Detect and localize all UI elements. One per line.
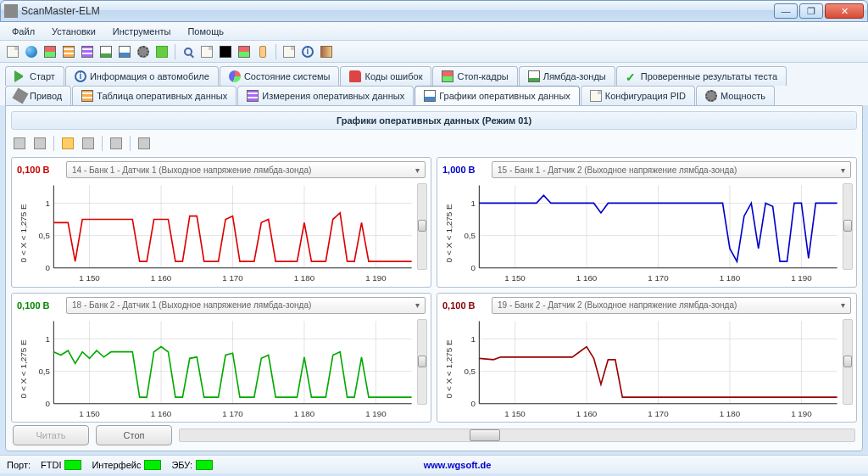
tool-green-icon[interactable]	[154, 44, 170, 59]
interface-led-icon	[144, 460, 161, 470]
tab-start[interactable]: Старт	[5, 66, 64, 86]
tabs-container: Старт iИнформация о автомобиле Состояние…	[0, 63, 868, 105]
scrollbar-thumb[interactable]	[470, 429, 500, 441]
chart-pid-select[interactable]: 15 - Банк 1 - Датчик 2 (Выходное напряже…	[492, 161, 851, 178]
tab-vehicle-info[interactable]: iИнформация о автомобиле	[65, 66, 219, 86]
port-led-icon	[64, 460, 81, 470]
stop-button[interactable]: Стоп	[96, 425, 172, 445]
tab-error-codes[interactable]: Коды ошибок	[340, 66, 431, 86]
chart-tool-add-icon[interactable]	[11, 135, 28, 152]
status-port-value: FTDI	[41, 460, 61, 470]
doc-icon	[590, 90, 602, 102]
slider-thumb[interactable]	[418, 356, 426, 367]
tool-doc3-icon[interactable]	[281, 44, 297, 59]
svg-text:1 170: 1 170	[648, 409, 669, 418]
bottom-controls: Читать Стоп	[11, 420, 857, 445]
tab-live-table[interactable]: Таблица оперативных данных	[72, 86, 236, 105]
time-scrollbar[interactable]	[179, 428, 855, 442]
chart-y-slider[interactable]	[843, 319, 853, 406]
measure-icon	[247, 90, 259, 102]
read-button[interactable]: Читать	[13, 425, 89, 445]
chart-tool-remove-icon[interactable]	[31, 135, 48, 152]
chart-value: 0,100 В	[17, 165, 61, 175]
svg-text:1 160: 1 160	[576, 273, 598, 283]
svg-text:1: 1	[471, 199, 476, 208]
ecu-led-icon	[196, 460, 213, 470]
tab-pid-config[interactable]: Конфигурация PID	[581, 86, 695, 105]
svg-text:0 < X < 1,275 E: 0 < X < 1,275 E	[444, 339, 453, 399]
svg-text:1 150: 1 150	[79, 273, 100, 283]
chart-y-slider[interactable]	[417, 319, 427, 406]
chart-pid-select[interactable]: 18 - Банк 2 - Датчик 1 (Выходное напряже…	[66, 297, 426, 314]
tool-phone-icon[interactable]	[255, 44, 270, 59]
svg-text:1 150: 1 150	[504, 409, 526, 418]
car-icon	[349, 70, 361, 82]
tool-grid4-icon[interactable]	[236, 44, 252, 59]
tool-terminal-icon[interactable]	[218, 44, 233, 59]
chart-pid-select[interactable]: 19 - Банк 2 - Датчик 2 (Выходное напряже…	[492, 297, 851, 314]
chart-tool-print-icon[interactable]	[108, 135, 125, 152]
minimize-button[interactable]: ―	[774, 3, 798, 19]
tool-grid2-icon[interactable]	[61, 44, 76, 59]
chart-pid-select[interactable]: 14 - Банк 1 - Датчик 1 (Выходное напряже…	[66, 161, 426, 178]
info-icon: i	[75, 70, 86, 82]
chart-tool-open-icon[interactable]	[59, 135, 76, 152]
window-title: ScanMaster-ELM	[21, 5, 774, 17]
tool-globe-icon[interactable]	[24, 44, 39, 59]
svg-text:0 < X < 1,275 E: 0 < X < 1,275 E	[444, 204, 453, 263]
menu-tools[interactable]: Инструменты	[106, 25, 178, 38]
tool-exit-icon[interactable]	[319, 44, 334, 59]
chart-y-slider[interactable]	[843, 183, 853, 270]
svg-text:1: 1	[471, 333, 476, 343]
tool-doc2-icon[interactable]	[199, 44, 214, 59]
chart-box-2: 0,100 В18 - Банк 2 - Датчик 1 (Выходное …	[11, 293, 431, 423]
tab-freeze-frames[interactable]: Стоп-кадры	[432, 66, 517, 86]
svg-text:1: 1	[46, 199, 50, 208]
slider-thumb[interactable]	[843, 220, 852, 232]
chart-tool-export-icon[interactable]	[136, 135, 153, 152]
chart-box-3: 0,100 В19 - Банк 2 - Датчик 2 (Выходное …	[437, 293, 857, 423]
svg-text:1 180: 1 180	[720, 409, 741, 418]
tab-freeze-frames-label: Стоп-кадры	[457, 71, 508, 81]
tab-system-state[interactable]: Состояние системы	[220, 66, 340, 86]
tab-power[interactable]: Мощность	[696, 86, 775, 105]
tab-drive[interactable]: Привод	[5, 86, 71, 105]
toolbar: i	[0, 41, 868, 63]
chart-box-0: 0,100 В14 - Банк 1 - Датчик 1 (Выходное …	[11, 157, 431, 288]
svg-text:1 180: 1 180	[720, 273, 741, 283]
slider-thumb[interactable]	[418, 220, 426, 232]
chart-icon	[528, 70, 540, 82]
tab-drive-label: Привод	[30, 91, 62, 101]
tab-live-table-label: Таблица оперативных данных	[97, 91, 227, 101]
chart-canvas: 0 < X < 1,275 E00,511 1501 1601 1701 180…	[444, 317, 841, 421]
tool-info-icon[interactable]: i	[300, 44, 315, 59]
tab-live-charts[interactable]: Графики оперативных данных	[415, 86, 580, 105]
tab-test-results[interactable]: ✓Проверенные результаты теста	[616, 66, 787, 86]
slider-thumb[interactable]	[843, 356, 852, 367]
tool-grid-icon[interactable]	[42, 44, 58, 59]
close-button[interactable]: ✕	[825, 3, 864, 19]
tab-live-measure[interactable]: Измерения оперативных данных	[237, 86, 414, 105]
chart-value: 0,100 В	[442, 300, 487, 311]
menu-help[interactable]: Помощь	[181, 25, 231, 38]
svg-text:0: 0	[471, 399, 476, 408]
chart-box-1: 1,000 В15 - Банк 1 - Датчик 2 (Выходное …	[437, 157, 857, 288]
restore-button[interactable]: ❐	[799, 3, 823, 19]
tool-gear-icon[interactable]	[136, 44, 151, 59]
svg-text:0,5: 0,5	[464, 231, 476, 240]
chart-value: 0,100 В	[17, 300, 61, 311]
tool-grid3-icon[interactable]	[80, 44, 95, 59]
chart-y-slider[interactable]	[417, 183, 427, 270]
chart-tool-save-icon[interactable]	[80, 135, 97, 152]
tool-new-icon[interactable]	[5, 44, 20, 59]
menu-settings[interactable]: Установки	[45, 25, 103, 38]
tool-chartb-icon[interactable]	[117, 44, 132, 59]
tool-search-icon[interactable]	[181, 44, 196, 59]
svg-text:1 190: 1 190	[791, 409, 812, 418]
svg-text:0: 0	[471, 263, 476, 272]
svg-text:1 190: 1 190	[791, 273, 812, 283]
status-link[interactable]: www.wgsoft.de	[424, 460, 492, 470]
tab-lambda[interactable]: Лямбда-зонды	[519, 66, 615, 86]
menu-file[interactable]: Файл	[5, 25, 42, 38]
tool-chart-icon[interactable]	[98, 44, 114, 59]
